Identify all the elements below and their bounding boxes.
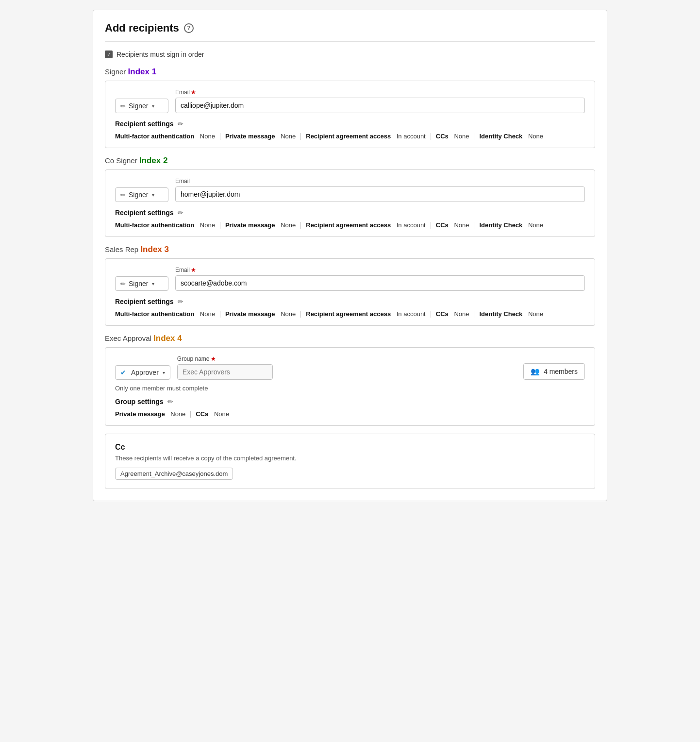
meta-item-2-3: CCs None (436, 221, 469, 229)
settings-label-4: Group settings (115, 398, 164, 405)
members-count-4: 4 members (544, 368, 578, 375)
recipient-section-2: Co Signer Index 2✏Signer▾EmailRecipient … (105, 156, 595, 237)
role-dropdown-3[interactable]: ✏Signer▾ (115, 276, 168, 291)
cc-description: These recipients will receive a copy of … (115, 455, 585, 462)
email-input-3[interactable] (175, 275, 585, 291)
meta-key-3-1: Private message (225, 310, 275, 318)
role-dropdown-2[interactable]: ✏Signer▾ (115, 187, 168, 202)
sign-order-checkbox[interactable] (105, 51, 113, 58)
email-label-1: Email★ (175, 89, 585, 96)
group-name-label-4: Group name★ (177, 355, 517, 362)
cc-email-tag: Agreement_Archive@caseyjones.dom (115, 468, 233, 480)
group-name-input-4[interactable] (177, 364, 273, 380)
email-field-wrap-3: Email★ (175, 267, 585, 291)
email-input-1[interactable] (175, 98, 585, 113)
group-field-wrap-4: Group name★ (177, 355, 517, 380)
meta-val-1-4: None (528, 133, 543, 140)
cc-email-value: Agreement_Archive@caseyjones.dom (120, 470, 228, 477)
recipient-index-header-4: Exec Approval Index 4 (105, 334, 595, 343)
role-value-3: Signer (129, 280, 148, 287)
members-icon-4: 👥 (531, 367, 540, 376)
email-field-wrap-1: Email★ (175, 89, 585, 113)
meta-key-2-0: Multi-factor authentication (115, 221, 194, 229)
meta-item-3-1: Private message None (225, 310, 296, 318)
settings-row-2: Recipient settings✏ (115, 209, 585, 217)
settings-label-1: Recipient settings (115, 120, 174, 128)
sign-order-label: Recipients must sign in order (117, 51, 204, 58)
meta-val-1-0: None (200, 133, 215, 140)
meta-item-2-4: Identity Check None (479, 221, 543, 229)
index-num-2: Index 2 (139, 156, 168, 165)
meta-divider-1-4 (474, 133, 474, 140)
meta-val-1-3: None (454, 133, 469, 140)
meta-val-4-0: None (170, 410, 185, 418)
meta-val-1-1: None (281, 133, 296, 140)
settings-label-3: Recipient settings (115, 298, 174, 305)
meta-row-4: Private message NoneCCs None (115, 410, 585, 418)
email-row-1: ✏Signer▾Email★ (115, 89, 585, 113)
recipients-container: Signer Index 1✏Signer▾Email★Recipient se… (105, 67, 595, 426)
recipient-index-header-3: Sales Rep Index 3 (105, 245, 595, 254)
chevron-icon-1: ▾ (152, 103, 154, 109)
approver-value-4: Approver (131, 369, 159, 376)
meta-val-2-2: In account (397, 221, 426, 229)
recipient-section-3: Sales Rep Index 3✏Signer▾Email★Recipient… (105, 245, 595, 326)
email-row-2: ✏Signer▾Email (115, 178, 585, 202)
meta-item-2-2: Recipient agreement access In account (306, 221, 426, 229)
required-star: ★ (191, 89, 196, 96)
meta-item-4-1: CCs None (196, 410, 229, 418)
meta-key-1-0: Multi-factor authentication (115, 133, 194, 140)
settings-edit-icon-4[interactable]: ✏ (167, 398, 173, 405)
meta-item-4-0: Private message None (115, 410, 185, 418)
meta-item-2-0: Multi-factor authentication None (115, 221, 215, 229)
email-label-2: Email (175, 178, 585, 185)
meta-key-1-2: Recipient agreement access (306, 133, 391, 140)
meta-divider-2-4 (474, 222, 474, 229)
members-button-4[interactable]: 👥4 members (523, 363, 585, 380)
role-value-1: Signer (129, 102, 148, 110)
meta-val-3-1: None (281, 310, 296, 318)
required-star: ★ (191, 267, 196, 273)
meta-item-3-2: Recipient agreement access In account (306, 310, 426, 318)
role-dropdown-1[interactable]: ✏Signer▾ (115, 99, 168, 113)
meta-item-3-4: Identity Check None (479, 310, 543, 318)
settings-row-1: Recipient settings✏ (115, 120, 585, 128)
settings-edit-icon-2[interactable]: ✏ (178, 209, 183, 217)
email-field-wrap-2: Email (175, 178, 585, 202)
help-icon[interactable]: ? (184, 23, 194, 33)
meta-val-3-3: None (454, 310, 469, 318)
meta-key-2-2: Recipient agreement access (306, 221, 391, 229)
pen-icon-2: ✏ (120, 191, 126, 199)
role-value-2: Signer (129, 191, 148, 199)
email-label-3: Email★ (175, 267, 585, 273)
group-name-row-4: ✔Approver▾Group name★👥4 members (115, 355, 585, 380)
main-container: Add recipients ? Recipients must sign in… (93, 10, 607, 501)
meta-key-2-1: Private message (225, 221, 275, 229)
settings-row-4: Group settings✏ (115, 398, 585, 405)
check-icon-4: ✔ (120, 369, 126, 376)
meta-val-2-1: None (281, 221, 296, 229)
meta-item-1-4: Identity Check None (479, 133, 543, 140)
recipient-section-4: Exec Approval Index 4✔Approver▾Group nam… (105, 334, 595, 426)
meta-divider-2-1 (220, 222, 220, 229)
chevron-icon-2: ▾ (152, 192, 154, 198)
settings-label-2: Recipient settings (115, 209, 174, 217)
meta-row-3: Multi-factor authentication NonePrivate … (115, 310, 585, 318)
only-one-text-4: Only one member must complete (115, 385, 585, 392)
settings-edit-icon-1[interactable]: ✏ (178, 120, 183, 128)
meta-item-2-1: Private message None (225, 221, 296, 229)
cc-title: Cc (115, 443, 585, 452)
meta-key-4-1: CCs (196, 410, 208, 418)
approver-dropdown-4[interactable]: ✔Approver▾ (115, 365, 170, 380)
meta-row-1: Multi-factor authentication NonePrivate … (115, 133, 585, 140)
meta-divider-3-2 (300, 311, 301, 318)
meta-val-3-2: In account (397, 310, 426, 318)
meta-val-4-1: None (214, 410, 229, 418)
email-input-2[interactable] (175, 186, 585, 202)
settings-edit-icon-3[interactable]: ✏ (178, 298, 183, 305)
meta-val-1-2: In account (397, 133, 426, 140)
recipient-card-1: ✏Signer▾Email★Recipient settings✏Multi-f… (105, 81, 595, 148)
meta-val-2-0: None (200, 221, 215, 229)
meta-item-3-3: CCs None (436, 310, 469, 318)
pen-icon-3: ✏ (120, 280, 126, 287)
